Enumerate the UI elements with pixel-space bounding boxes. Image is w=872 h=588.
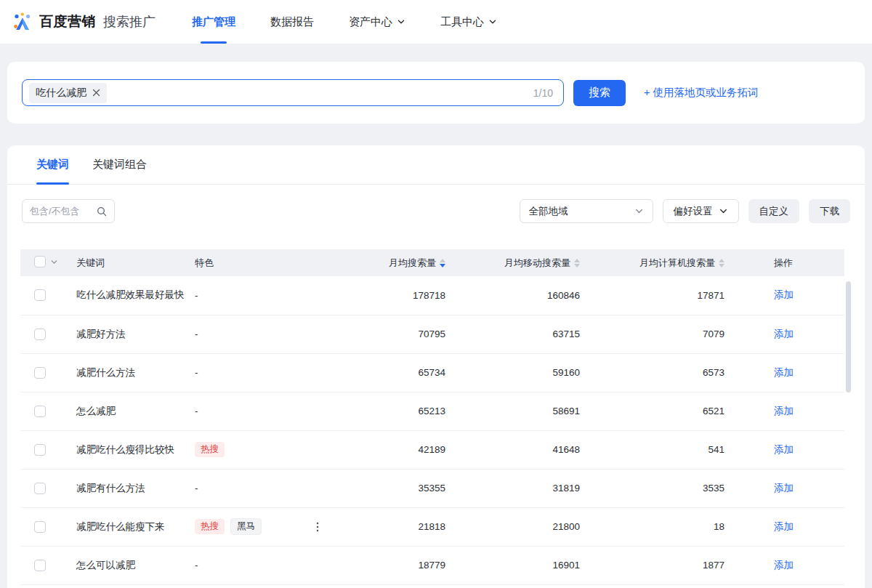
feature-badge-hot: 热搜 [195,442,225,457]
preference-settings-button[interactable]: 偏好设置 [663,199,739,223]
keyword-cell: 怎么可以减肥 [76,546,195,584]
feature-cell-wrap: - [195,353,333,392]
row-checkbox[interactable] [34,560,46,571]
feature-cell-wrap: - [195,469,333,507]
keyword-tag-label: 吃什么减肥 [36,86,86,100]
table-row: 减肥吃什么瘦得比较快 热搜 42189 41648 541 添加 [20,430,844,469]
feature-dash: - [195,406,198,416]
tab-label: 关键词 [36,158,69,172]
avg-search-volume: 178718 [333,276,445,315]
include-exclude-filter[interactable] [22,199,115,223]
select-all-checkbox[interactable] [34,256,46,267]
keyword-text: 减肥有什么方法 [76,483,145,494]
keyword-table: 关键词 特色 月均搜索量 月均移动搜索量 [20,249,844,585]
column-header-label: 月均计算机搜索量 [639,257,715,270]
tab-keyword-combinations[interactable]: 关键词组合 [92,145,147,184]
search-button[interactable]: 搜索 [573,80,626,106]
sort-icon-pc[interactable] [719,259,724,267]
nav-item-tool-center[interactable]: 工具中心 [430,0,507,44]
keyword-cell: 减肥好方法 [76,315,195,353]
feature-cell: - [195,406,333,416]
keyword-text: 怎么减肥 [76,406,116,416]
avg-search-volume: 21818 [333,507,445,546]
add-link[interactable]: 添加 [774,367,794,378]
row-checkbox[interactable] [34,367,46,379]
sort-icon-avg[interactable] [440,259,445,267]
keyword-search-card: 吃什么减肥 1/10 搜索 + 使用落地页或业务拓词 [7,62,865,124]
add-link[interactable]: 添加 [774,329,794,339]
table-row: 怎么可以减肥 - 18779 16901 1877 添加 [20,546,844,584]
chevron-down-icon [634,206,644,216]
keyword-query-input[interactable]: 吃什么减肥 1/10 [22,79,564,106]
row-checkbox[interactable] [34,406,46,417]
pc-search-volume: 6573 [580,353,724,392]
sort-icon-mobile[interactable] [574,259,580,267]
add-link[interactable]: 添加 [774,289,794,300]
mobile-search-volume: 59160 [445,353,580,392]
avg-search-volume: 70795 [333,315,445,353]
customize-button[interactable]: 自定义 [748,199,800,223]
row-checkbox[interactable] [34,521,46,533]
column-header-keyword: 关键词 [76,249,195,276]
include-exclude-input[interactable] [30,206,89,217]
add-link[interactable]: 添加 [774,521,794,532]
keyword-cell: 减肥吃什么瘦得比较快 [76,430,195,469]
download-button[interactable]: 下载 [809,199,850,223]
feature-cell-wrap: 热搜 [195,430,333,469]
add-link[interactable]: 添加 [774,560,794,571]
avg-search-volume: 65213 [333,392,445,430]
row-checkbox[interactable] [34,289,46,301]
feature-badge-dark: 黑马 [230,518,262,535]
avg-search-volume: 18779 [333,546,445,584]
keyword-cell: 减肥有什么方法 [76,469,195,507]
pc-search-volume: 6521 [580,392,724,430]
add-link[interactable]: 添加 [774,483,794,494]
nav-item-label: 资产中心 [349,15,392,29]
table-header-row: 关键词 特色 月均搜索量 月均移动搜索量 [20,249,844,276]
add-link[interactable]: 添加 [774,444,794,455]
table-row: 减肥吃什么能瘦下来 热搜黑马 21818 21800 18 添加 [20,507,844,546]
chevron-down-icon[interactable] [50,258,58,266]
row-checkbox[interactable] [34,444,46,456]
chevron-down-icon [397,17,405,26]
vertical-scrollbar[interactable] [846,281,851,392]
keyword-text: 吃什么减肥效果最好最快 [76,289,185,300]
feature-dash: - [195,329,198,339]
feature-cell: 热搜黑马 [195,518,333,535]
column-header-feature: 特色 [195,249,333,276]
avg-search-volume: 35355 [333,469,445,507]
region-select[interactable]: 全部地域 [520,199,653,223]
nav-item-promotion-management[interactable]: 推广管理 [182,0,246,44]
results-card: 关键词 关键词组合 全部地域 偏好设置 [7,145,865,588]
keyword-text: 怎么可以减肥 [76,560,135,571]
feature-cell: 热搜 [195,442,333,457]
region-select-value: 全部地域 [529,205,568,218]
nav-item-asset-center[interactable]: 资产中心 [339,0,416,44]
keyword-text: 减肥吃什么瘦得比较快 [76,444,174,455]
pc-search-volume: 18 [580,507,724,546]
row-checkbox[interactable] [34,483,46,494]
feature-cell: - [195,483,333,494]
keyword-text: 减肥什么方法 [76,367,135,378]
expand-by-landing-page-link[interactable]: + 使用落地页或业务拓词 [644,86,759,100]
mobile-search-volume: 21800 [445,507,580,546]
feature-cell: - [195,367,333,378]
more-features-icon[interactable] [312,521,323,533]
keyword-cell: 怎么减肥 [76,392,195,430]
tag-close-icon[interactable] [92,89,100,97]
pc-search-volume: 3535 [580,469,724,507]
feature-cell: - [195,329,333,339]
nav-item-data-reports[interactable]: 数据报告 [260,0,324,44]
search-icon[interactable] [97,206,107,217]
feature-cell-wrap: - [195,392,333,430]
table-row: 吃什么减肥效果最好最快 - 178718 160846 17871 添加 [20,276,844,315]
feature-dash: - [195,483,198,494]
pc-search-volume: 17871 [580,276,724,315]
column-header-mobile-search-volume: 月均移动搜索量 [445,249,580,276]
add-link[interactable]: 添加 [774,406,794,416]
row-checkbox[interactable] [34,329,46,340]
column-header-label: 月均移动搜索量 [504,257,570,270]
feature-dash: - [195,290,198,301]
tab-keywords[interactable]: 关键词 [36,145,69,184]
main-nav: 推广管理 数据报告 资产中心 工具中心 [174,0,514,44]
